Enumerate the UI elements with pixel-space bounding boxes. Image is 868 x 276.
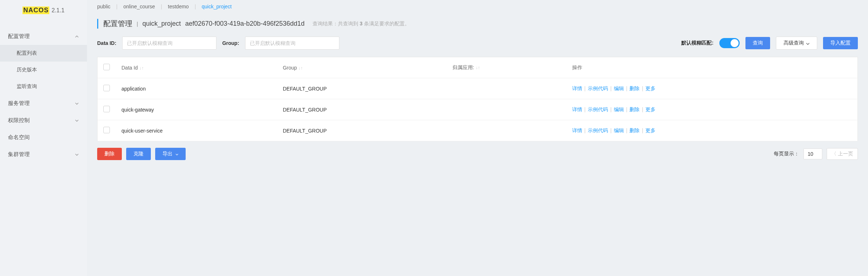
nav-group-config[interactable]: 配置管理 [0, 28, 87, 45]
cell-belong [447, 120, 566, 141]
tab-separator: | [116, 4, 118, 9]
select-all-checkbox[interactable] [103, 64, 110, 70]
logo-name: NACOS [22, 7, 49, 14]
action-detail[interactable]: 详情 [572, 85, 582, 91]
sort-icon: ↓↑ [298, 66, 303, 71]
action-delete[interactable]: 删除 [629, 85, 640, 91]
page-title-namespace: quick_project [142, 20, 181, 28]
chevron-down-icon [806, 40, 810, 46]
nav-group-auth[interactable]: 权限控制 [0, 112, 87, 129]
prev-page-button[interactable]: 〈 上一页 [827, 148, 858, 160]
chevron-down-icon [75, 118, 79, 123]
action-more[interactable]: 更多 [645, 106, 656, 112]
nav-group-label: 集群管理 [8, 151, 30, 158]
content: 配置管理 | quick_project aef02670-f003-419a-… [87, 13, 868, 276]
chevron-down-icon [75, 101, 79, 106]
page-title-main: 配置管理 [103, 19, 132, 29]
row-checkbox[interactable] [103, 127, 110, 133]
page-size-label: 每页显示： [774, 151, 799, 157]
config-table: Data Id↓↑ Group↓↑ 归属应用:↓↑ 操作 application… [97, 57, 858, 141]
cell-group: DEFAULT_GROUP [277, 78, 447, 99]
nav-sub-history[interactable]: 历史版本 [0, 62, 87, 78]
export-button[interactable]: 导出 [155, 148, 186, 160]
nav: 配置管理 配置列表 历史版本 监听查询 服务管理 权限控制 命名空间 [0, 28, 87, 163]
logo-version: 2.1.1 [51, 7, 65, 14]
logo: NACOS 2.1.1 [0, 0, 87, 21]
action-more[interactable]: 更多 [645, 127, 656, 133]
row-checkbox[interactable] [103, 106, 110, 112]
action-edit[interactable]: 编辑 [614, 85, 624, 91]
cell-actions: 详情|示例代码|编辑|删除|更多 [566, 99, 858, 120]
nav-group-label: 配置管理 [8, 33, 30, 40]
tab-quick-project[interactable]: quick_project [202, 4, 232, 9]
nav-sub-config-list[interactable]: 配置列表 [0, 45, 87, 62]
import-config-button[interactable]: 导入配置 [823, 37, 858, 49]
table-row: applicationDEFAULT_GROUP详情|示例代码|编辑|删除|更多 [98, 78, 858, 99]
sort-icon: ↓↑ [139, 66, 144, 71]
sidebar: NACOS 2.1.1 配置管理 配置列表 历史版本 监听查询 服务管理 权限控… [0, 0, 87, 276]
chevron-down-icon [75, 152, 79, 157]
action-sample[interactable]: 示例代码 [588, 106, 608, 112]
table-header-row: Data Id↓↑ Group↓↑ 归属应用:↓↑ 操作 [98, 57, 858, 78]
action-detail[interactable]: 详情 [572, 106, 582, 112]
cell-group: DEFAULT_GROUP [277, 120, 447, 141]
col-belong[interactable]: 归属应用:↓↑ [447, 57, 566, 78]
namespace-tabs: public | online_course | testdemo | quic… [87, 0, 868, 13]
action-sample[interactable]: 示例代码 [588, 127, 608, 133]
nav-group-cluster[interactable]: 集群管理 [0, 146, 87, 163]
col-group[interactable]: Group↓↑ [277, 57, 447, 78]
cell-actions: 详情|示例代码|编辑|删除|更多 [566, 78, 858, 99]
col-ops: 操作 [566, 57, 858, 78]
fuzzy-toggle[interactable] [719, 38, 740, 48]
table-row: quick-user-serviceDEFAULT_GROUP详情|示例代码|编… [98, 120, 858, 141]
action-more[interactable]: 更多 [645, 85, 656, 91]
action-delete[interactable]: 删除 [629, 106, 640, 112]
action-edit[interactable]: 编辑 [614, 127, 624, 133]
query-button[interactable]: 查询 [745, 37, 770, 49]
tab-public[interactable]: public [97, 4, 111, 9]
query-result-text: 查询结果：共查询到 3 条满足要求的配置。 [313, 21, 410, 27]
cell-data-id: quick-gateway [116, 99, 277, 120]
page-title: 配置管理 | quick_project aef02670-f003-419a-… [97, 19, 858, 29]
tab-separator: | [195, 4, 196, 9]
action-sample[interactable]: 示例代码 [588, 85, 608, 91]
chevron-down-icon [175, 151, 178, 156]
tab-separator: | [161, 4, 162, 9]
tab-testdemo[interactable]: testdemo [168, 4, 189, 9]
row-checkbox[interactable] [103, 85, 110, 91]
page-title-nsid: aef02670-f003-419a-b20b-496f2536dd1d [185, 20, 305, 28]
nav-group-label: 权限控制 [8, 117, 30, 124]
action-detail[interactable]: 详情 [572, 127, 582, 133]
action-delete[interactable]: 删除 [629, 127, 640, 133]
nav-group-service[interactable]: 服务管理 [0, 95, 87, 112]
table-row: quick-gatewayDEFAULT_GROUP详情|示例代码|编辑|删除|… [98, 99, 858, 120]
cell-actions: 详情|示例代码|编辑|删除|更多 [566, 120, 858, 141]
nav-sub-listener[interactable]: 监听查询 [0, 78, 87, 95]
clone-button[interactable]: 克隆 [126, 148, 151, 160]
data-id-input[interactable] [122, 37, 216, 50]
nav-group-label: 服务管理 [8, 100, 30, 107]
cell-group: DEFAULT_GROUP [277, 99, 447, 120]
search-bar: Data ID: Group: 默认模糊匹配: 查询 高级查询 导入配置 [97, 37, 858, 50]
action-edit[interactable]: 编辑 [614, 106, 624, 112]
nav-group-label: 命名空间 [8, 134, 30, 141]
group-label: Group: [222, 40, 239, 46]
sort-icon: ↓↑ [476, 65, 480, 70]
main: public | online_course | testdemo | quic… [87, 0, 868, 276]
cell-data-id: application [116, 78, 277, 99]
data-id-label: Data ID: [97, 40, 116, 46]
cell-belong [447, 99, 566, 120]
tab-online-course[interactable]: online_course [123, 4, 155, 9]
group-input[interactable] [245, 37, 339, 50]
cell-data-id: quick-user-service [116, 120, 277, 141]
nav-group-namespace[interactable]: 命名空间 [0, 129, 87, 146]
fuzzy-label: 默认模糊匹配: [681, 40, 714, 46]
chevron-left-icon: 〈 [831, 151, 836, 157]
col-data-id[interactable]: Data Id↓↑ [116, 57, 277, 78]
bulk-delete-button[interactable]: 删除 [97, 148, 122, 160]
advanced-query-button[interactable]: 高级查询 [776, 37, 817, 50]
chevron-up-icon [75, 34, 79, 39]
page-size-select[interactable]: 10 [803, 149, 822, 159]
cell-belong [447, 78, 566, 99]
footer-bar: 删除 克隆 导出 每页显示： 10 〈 上一页 [97, 148, 858, 160]
